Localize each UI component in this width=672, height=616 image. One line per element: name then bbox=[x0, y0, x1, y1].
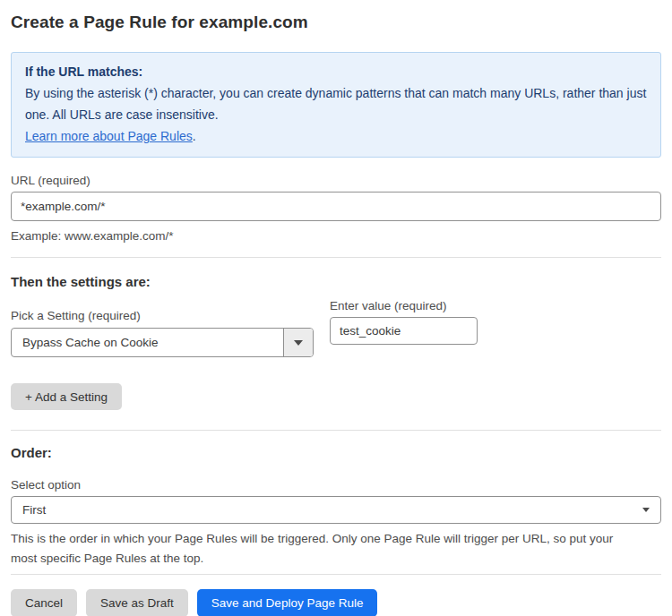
pick-setting-label: Pick a Setting (required) bbox=[11, 309, 314, 322]
learn-more-link[interactable]: Learn more about Page Rules bbox=[25, 129, 193, 143]
settings-row: Pick a Setting (required) Bypass Cache o… bbox=[11, 293, 661, 357]
footer-actions: Cancel Save as Draft Save and Deploy Pag… bbox=[11, 589, 661, 616]
enter-value-column: Enter value (required) bbox=[330, 299, 478, 357]
url-label: URL (required) bbox=[11, 174, 661, 187]
page-title: Create a Page Rule for example.com bbox=[11, 13, 661, 32]
info-box-body: By using the asterisk (*) character, you… bbox=[25, 82, 647, 125]
order-select-value: First bbox=[12, 503, 642, 517]
order-section-heading: Order: bbox=[11, 445, 661, 460]
select-option-label: Select option bbox=[11, 478, 661, 492]
save-draft-button[interactable]: Save as Draft bbox=[86, 589, 188, 616]
chevron-down-icon bbox=[642, 508, 650, 512]
url-match-info-box: If the URL matches: By using the asteris… bbox=[11, 52, 661, 158]
select-dropdown-button[interactable] bbox=[283, 329, 313, 356]
setting-select-value: Bypass Cache on Cookie bbox=[12, 336, 283, 349]
link-suffix: . bbox=[193, 129, 196, 143]
info-box-heading: If the URL matches: bbox=[25, 61, 647, 82]
cancel-button[interactable]: Cancel bbox=[11, 589, 77, 616]
chevron-down-icon bbox=[294, 340, 303, 346]
order-select[interactable]: First bbox=[11, 496, 661, 524]
url-input[interactable] bbox=[11, 192, 661, 221]
url-example-hint: Example: www.example.com/* bbox=[11, 227, 661, 246]
setting-select[interactable]: Bypass Cache on Cookie bbox=[11, 328, 314, 357]
add-setting-button[interactable]: + Add a Setting bbox=[11, 383, 122, 410]
enter-value-label: Enter value (required) bbox=[330, 299, 478, 312]
order-help-text: This is the order in which your Page Rul… bbox=[11, 529, 661, 569]
pick-setting-column: Pick a Setting (required) Bypass Cache o… bbox=[11, 293, 314, 357]
save-deploy-button[interactable]: Save and Deploy Page Rule bbox=[197, 589, 378, 616]
create-page-rule-form: Create a Page Rule for example.com If th… bbox=[0, 13, 672, 616]
settings-section-heading: Then the settings are: bbox=[11, 274, 661, 289]
divider bbox=[11, 430, 661, 431]
divider bbox=[11, 574, 661, 575]
info-link-row: Learn more about Page Rules. bbox=[25, 125, 647, 147]
divider bbox=[11, 257, 661, 258]
setting-value-input[interactable] bbox=[330, 317, 478, 345]
